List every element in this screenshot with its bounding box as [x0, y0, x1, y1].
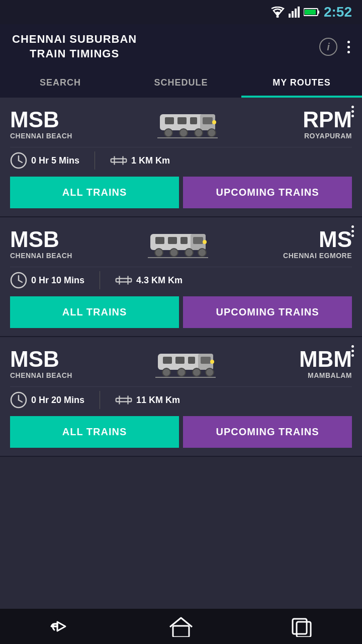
svg-point-34: [185, 249, 193, 257]
distance-stat-2: 4.3 KM Km: [115, 273, 183, 287]
station-to-2: MS CHENNAI EGMORE: [283, 228, 352, 260]
status-time: 2:52: [324, 4, 352, 20]
recent-button[interactable]: [289, 616, 315, 637]
svg-point-0: [276, 16, 279, 18]
header-icons: i: [319, 38, 350, 56]
from-name-1: CHENNAI BEACH: [10, 132, 72, 140]
stats-row-2: 0 Hr 10 Mins 4.3 KM Km: [10, 267, 352, 296]
upcoming-trains-button-3[interactable]: UPCOMING TRAINS: [183, 416, 352, 448]
svg-rect-41: [116, 279, 132, 282]
route-card-2: MSB CHENNAI BEACH: [0, 217, 362, 337]
route-more-2[interactable]: [351, 225, 354, 237]
duration-stat-3: 0 Hr 20 Mins: [10, 391, 84, 409]
upcoming-trains-button-1[interactable]: UPCOMING TRAINS: [183, 177, 352, 208]
duration-stat-1: 0 Hr 5 Mins: [10, 152, 79, 169]
to-code-2: MS: [319, 228, 352, 251]
distance-stat-3: 11 KM Km: [115, 393, 180, 407]
status-bar: 2:52: [0, 0, 362, 24]
station-to-1: RPM ROYAPURAM: [303, 109, 352, 140]
home-icon: [168, 616, 194, 637]
station-from-3: MSB CHENNAI BEACH: [10, 348, 72, 379]
svg-point-52: [193, 368, 201, 376]
duration-2: 0 Hr 10 Mins: [31, 275, 84, 286]
stat-divider-3: [100, 391, 100, 409]
distance-3: 11 KM Km: [136, 395, 180, 406]
station-to-3: MBM MAMBALAM: [299, 348, 352, 379]
from-code-2: MSB: [10, 228, 59, 251]
duration-stat-2: 0 Hr 10 Mins: [10, 272, 84, 289]
recent-icon: [289, 616, 315, 637]
info-button[interactable]: i: [319, 38, 337, 56]
svg-rect-23: [111, 159, 127, 163]
signal-icon: [289, 7, 300, 18]
svg-rect-6: [318, 11, 319, 14]
svg-line-22: [19, 160, 22, 163]
svg-point-54: [210, 360, 214, 364]
stats-row-3: 0 Hr 20 Mins 11 KM Km: [10, 386, 352, 416]
svg-rect-30: [180, 237, 188, 244]
route-more-1[interactable]: [351, 106, 354, 117]
to-name-1: ROYAPURAM: [304, 132, 352, 140]
svg-rect-28: [155, 237, 164, 244]
svg-rect-59: [116, 398, 132, 402]
svg-rect-62: [173, 626, 189, 637]
svg-point-51: [177, 368, 186, 376]
svg-rect-2: [292, 11, 294, 18]
svg-rect-7: [305, 10, 316, 15]
action-buttons-2: ALL TRAINS UPCOMING TRAINS: [10, 296, 352, 328]
route-card-3: MSB CHENNAI BEACH: [0, 337, 362, 457]
svg-point-33: [170, 249, 178, 257]
svg-rect-11: [177, 117, 187, 124]
routes-container: MSB CHENNAI BEACH: [0, 98, 362, 609]
more-button[interactable]: [347, 41, 350, 53]
svg-rect-31: [193, 237, 203, 244]
svg-point-50: [162, 368, 170, 376]
svg-point-32: [155, 249, 163, 257]
svg-rect-29: [168, 237, 177, 244]
stats-row-1: 0 Hr 5 Mins 1 KM Km: [10, 147, 352, 177]
stat-divider-2: [100, 271, 100, 289]
svg-rect-46: [163, 357, 172, 364]
svg-rect-10: [165, 117, 174, 124]
all-trains-button-1[interactable]: ALL TRAINS: [10, 177, 179, 208]
action-buttons-1: ALL TRAINS UPCOMING TRAINS: [10, 177, 352, 208]
stat-divider-1: [95, 151, 95, 170]
duration-1: 0 Hr 5 Mins: [31, 155, 79, 166]
from-name-3: CHENNAI BEACH: [10, 371, 72, 379]
home-button[interactable]: [168, 616, 194, 637]
svg-rect-1: [289, 14, 291, 18]
from-code-1: MSB: [10, 109, 59, 131]
tab-bar: SEARCH SCHEDULE MY ROUTES: [0, 69, 362, 98]
svg-rect-4: [298, 7, 300, 18]
svg-point-36: [203, 240, 207, 244]
tab-schedule[interactable]: SCHEDULE: [121, 69, 241, 98]
svg-rect-3: [295, 9, 297, 18]
train-icon-1: [72, 107, 303, 142]
to-name-2: CHENNAI EGMORE: [283, 252, 352, 260]
svg-line-58: [19, 400, 22, 402]
tab-my-routes[interactable]: MY ROUTES: [241, 69, 362, 98]
back-button[interactable]: [47, 617, 73, 636]
upcoming-trains-button-2[interactable]: UPCOMING TRAINS: [183, 296, 352, 328]
route-card-1: MSB CHENNAI BEACH: [0, 98, 362, 217]
battery-icon: [304, 8, 320, 17]
to-code-3: MBM: [299, 348, 352, 370]
train-icon-2: [72, 226, 283, 262]
route-header-1: MSB CHENNAI BEACH: [10, 107, 352, 142]
to-code-1: RPM: [303, 109, 352, 131]
all-trains-button-3[interactable]: ALL TRAINS: [10, 416, 179, 448]
svg-point-14: [164, 129, 172, 137]
route-more-3[interactable]: [351, 345, 354, 357]
route-header-3: MSB CHENNAI BEACH: [10, 346, 352, 381]
app-header: CHENNAI SUBURBAN TRAIN TIMINGS i: [0, 24, 362, 69]
to-name-3: MAMBALAM: [308, 371, 352, 379]
svg-point-53: [206, 368, 214, 376]
route-header-2: MSB CHENNAI BEACH: [10, 226, 352, 262]
tab-search[interactable]: SEARCH: [0, 69, 121, 98]
all-trains-button-2[interactable]: ALL TRAINS: [10, 296, 179, 328]
svg-rect-13: [203, 117, 213, 124]
svg-point-17: [208, 129, 216, 137]
svg-line-40: [19, 280, 22, 282]
svg-point-16: [195, 129, 203, 137]
train-icon-3: [72, 346, 299, 381]
